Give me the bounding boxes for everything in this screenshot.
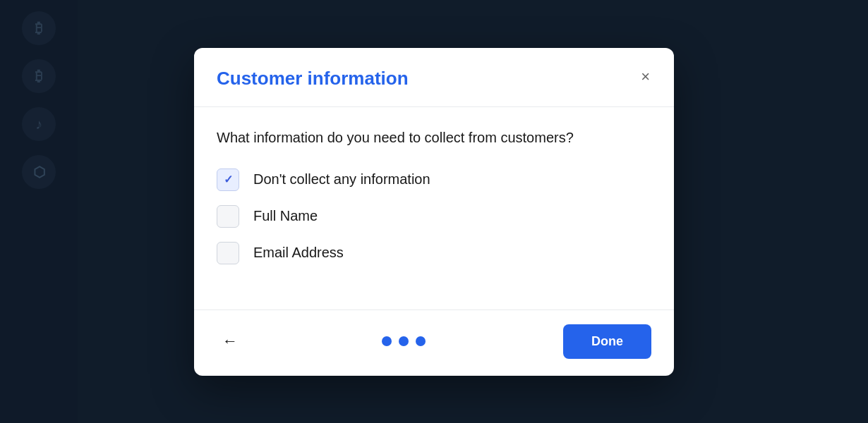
modal-header: Customer information × xyxy=(194,48,674,107)
question-text: What information do you need to collect … xyxy=(217,130,651,146)
modal-body: What information do you need to collect … xyxy=(194,107,674,309)
done-button[interactable]: Done xyxy=(563,324,651,359)
option-no-collect[interactable]: Don't collect any information xyxy=(217,168,651,191)
option-full-name[interactable]: Full Name xyxy=(217,205,651,228)
modal-title: Customer information xyxy=(217,68,409,90)
close-button[interactable]: × xyxy=(639,68,651,86)
checkbox-full-name[interactable] xyxy=(217,205,239,228)
modal-dialog: Customer information × What information … xyxy=(194,48,674,376)
option-no-collect-label: Don't collect any information xyxy=(253,171,430,188)
modal-footer: ← Done xyxy=(194,309,674,376)
pagination-dots xyxy=(382,336,426,346)
back-button[interactable]: ← xyxy=(217,329,243,353)
option-email[interactable]: Email Address xyxy=(217,242,651,264)
option-email-label: Email Address xyxy=(253,245,344,261)
options-list: Don't collect any information Full Name … xyxy=(217,168,651,264)
checkbox-email[interactable] xyxy=(217,242,239,264)
option-full-name-label: Full Name xyxy=(253,208,318,224)
checkbox-no-collect[interactable] xyxy=(217,168,239,191)
dot-1 xyxy=(382,336,392,346)
modal-overlay: Customer information × What information … xyxy=(0,0,868,423)
dot-2 xyxy=(399,336,409,346)
dot-3 xyxy=(416,336,426,346)
